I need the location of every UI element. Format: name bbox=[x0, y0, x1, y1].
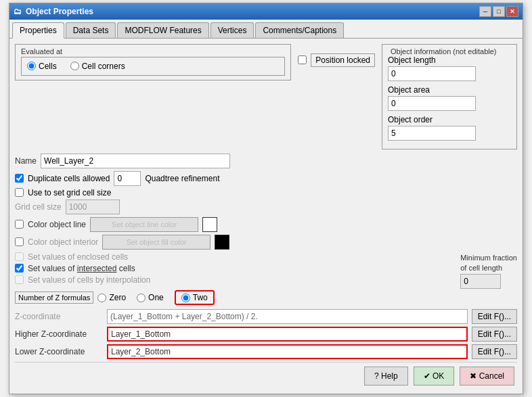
set-values-enclosed-checkbox[interactable] bbox=[15, 252, 24, 261]
obj-length-group: Object length bbox=[388, 55, 511, 81]
z-one-label: One bbox=[148, 293, 164, 302]
higher-z-label: Higher Z-coordinate bbox=[15, 329, 103, 339]
set-values-intersected-label: Set values of intersected cells bbox=[28, 264, 135, 273]
higher-z-input[interactable] bbox=[107, 327, 468, 342]
set-line-color-button[interactable]: Set object line color bbox=[90, 217, 198, 232]
object-properties-dialog: 🗂 Object Properties ─ □ ✕ Properties Dat… bbox=[9, 3, 523, 394]
line-color-swatch bbox=[202, 217, 217, 232]
grid-cell-size-input[interactable] bbox=[66, 200, 120, 214]
higher-z-edit-btn[interactable]: Edit F()... bbox=[472, 327, 517, 342]
z-zero-radio-input[interactable] bbox=[97, 294, 106, 302]
z-coord-edit-btn[interactable]: Edit F()... bbox=[472, 309, 517, 324]
z-coordinate-section: Z-coordinate Edit F()... Higher Z-coordi… bbox=[15, 309, 517, 359]
color-interior-label: Color object interior bbox=[28, 237, 98, 247]
duplicate-cells-label: Duplicate cells allowed bbox=[28, 174, 110, 183]
duplicate-cells-checkbox[interactable] bbox=[15, 174, 24, 183]
z-coord-row: Z-coordinate Edit F()... bbox=[15, 309, 517, 324]
color-line-label: Color object line bbox=[28, 220, 86, 229]
cells-label: Cells bbox=[39, 62, 57, 71]
minimize-button[interactable]: ─ bbox=[479, 6, 491, 17]
obj-info-legend: Object information (not editable) bbox=[388, 47, 511, 55]
obj-area-label: Object area bbox=[388, 85, 511, 95]
color-line-row: Color object line Set object line color bbox=[15, 217, 517, 232]
obj-order-group: Object order bbox=[388, 115, 511, 141]
name-input[interactable] bbox=[41, 154, 230, 168]
set-values-intersected-checkbox[interactable] bbox=[15, 264, 24, 273]
tab-comments[interactable]: Comments/Captions bbox=[255, 22, 344, 38]
position-locked-label: Position locked bbox=[311, 53, 375, 67]
set-fill-color-button[interactable]: Set object fill color bbox=[102, 235, 210, 250]
set-values-interpolation-checkbox[interactable] bbox=[15, 275, 24, 284]
set-values-intersected-row: Set values of intersected cells bbox=[15, 264, 453, 273]
cells-radio-input[interactable] bbox=[27, 62, 36, 70]
title-controls: ─ □ ✕ bbox=[479, 6, 518, 17]
lower-z-edit-btn[interactable]: Edit F()... bbox=[472, 344, 517, 359]
grid-cell-size-row: Grid cell size bbox=[15, 200, 517, 214]
fill-color-swatch bbox=[215, 235, 229, 250]
z-coord-label: Z-coordinate bbox=[15, 312, 103, 321]
footer-row: ? Help ✔ OK ✖ Cancel bbox=[15, 362, 517, 388]
maximize-button[interactable]: □ bbox=[493, 6, 505, 17]
use-to-set-grid-row: Use to set grid cell size bbox=[15, 188, 517, 197]
color-line-checkbox[interactable] bbox=[15, 220, 24, 229]
min-frac-line1: Minimum fraction bbox=[460, 254, 517, 262]
duplicate-cells-row: Duplicate cells allowed Quadtree refinem… bbox=[15, 171, 517, 186]
min-frac-line2: of cell length bbox=[460, 264, 502, 273]
obj-area-group: Object area bbox=[388, 85, 511, 111]
z-one-radio[interactable]: One bbox=[137, 293, 164, 302]
tabs-bar: Properties Data Sets MODFLOW Features Ve… bbox=[9, 20, 523, 39]
cancel-button[interactable]: ✖ Cancel bbox=[460, 367, 514, 386]
use-to-set-grid-label: Use to set grid cell size bbox=[28, 188, 111, 197]
lower-z-label: Lower Z-coordinate bbox=[15, 347, 103, 356]
set-values-interpolation-label: Set values of cells by interpolation bbox=[28, 275, 150, 285]
obj-order-value[interactable] bbox=[388, 126, 476, 141]
tab-properties[interactable]: Properties bbox=[12, 22, 64, 39]
cells-radio[interactable]: Cells bbox=[27, 62, 57, 71]
z-formulas-radios: Zero One Two bbox=[97, 290, 214, 305]
window-icon: 🗂 bbox=[14, 7, 22, 16]
window-title: Object Properties bbox=[26, 7, 93, 16]
title-bar: 🗂 Object Properties ─ □ ✕ bbox=[9, 3, 523, 20]
obj-order-label: Object order bbox=[388, 115, 511, 124]
z-zero-radio[interactable]: Zero bbox=[97, 293, 126, 302]
z-coord-input[interactable] bbox=[107, 309, 468, 324]
higher-z-row: Higher Z-coordinate Edit F()... bbox=[15, 327, 517, 342]
z-two-radio-input[interactable] bbox=[181, 294, 190, 302]
name-label: Name bbox=[15, 156, 37, 166]
color-interior-row: Color object interior Set object fill co… bbox=[15, 235, 517, 250]
quadtree-label: Quadtree refinement bbox=[145, 174, 219, 183]
evaluated-at-row: Cells Cell corners bbox=[27, 60, 279, 72]
obj-area-value[interactable] bbox=[388, 96, 476, 111]
evaluated-at-legend: Evaluated at bbox=[21, 47, 285, 55]
position-locked-checkbox[interactable] bbox=[298, 55, 307, 64]
grid-cell-size-label: Grid cell size bbox=[15, 202, 62, 212]
set-values-enclosed-label: Set values of enclosed cells bbox=[28, 252, 128, 262]
min-frac-input[interactable] bbox=[460, 274, 501, 289]
z-formulas-legend: Number of Z formulas bbox=[15, 291, 93, 304]
set-values-interpolation-row: Set values of cells by interpolation bbox=[15, 275, 453, 285]
z-two-label: Two bbox=[193, 293, 208, 302]
lower-z-row: Lower Z-coordinate Edit F()... bbox=[15, 344, 517, 359]
use-to-set-grid-checkbox[interactable] bbox=[15, 188, 24, 197]
tab-modflow[interactable]: MODFLOW Features bbox=[117, 22, 208, 38]
help-button[interactable]: ? Help bbox=[364, 367, 408, 386]
z-zero-label: Zero bbox=[109, 293, 126, 302]
obj-length-label: Object length bbox=[388, 55, 511, 65]
title-bar-left: 🗂 Object Properties bbox=[14, 7, 93, 16]
name-row: Name bbox=[15, 154, 517, 168]
ok-button[interactable]: ✔ OK bbox=[414, 367, 455, 386]
obj-length-value[interactable] bbox=[388, 66, 476, 81]
color-interior-checkbox[interactable] bbox=[15, 237, 24, 246]
tab-data-sets[interactable]: Data Sets bbox=[66, 22, 116, 38]
main-content: Evaluated at Cells Cell corners bbox=[9, 39, 523, 394]
lower-z-input[interactable] bbox=[107, 344, 468, 359]
z-two-radio-highlighted[interactable]: Two bbox=[175, 290, 215, 305]
quadtree-input[interactable] bbox=[114, 171, 141, 186]
cell-corners-radio[interactable]: Cell corners bbox=[70, 62, 125, 71]
position-locked-row: Position locked bbox=[298, 53, 375, 67]
tab-vertices[interactable]: Vertices bbox=[210, 22, 254, 38]
cell-corners-radio-input[interactable] bbox=[70, 62, 79, 70]
close-button[interactable]: ✕ bbox=[506, 6, 518, 17]
cell-corners-label: Cell corners bbox=[82, 62, 125, 71]
z-one-radio-input[interactable] bbox=[137, 294, 146, 302]
